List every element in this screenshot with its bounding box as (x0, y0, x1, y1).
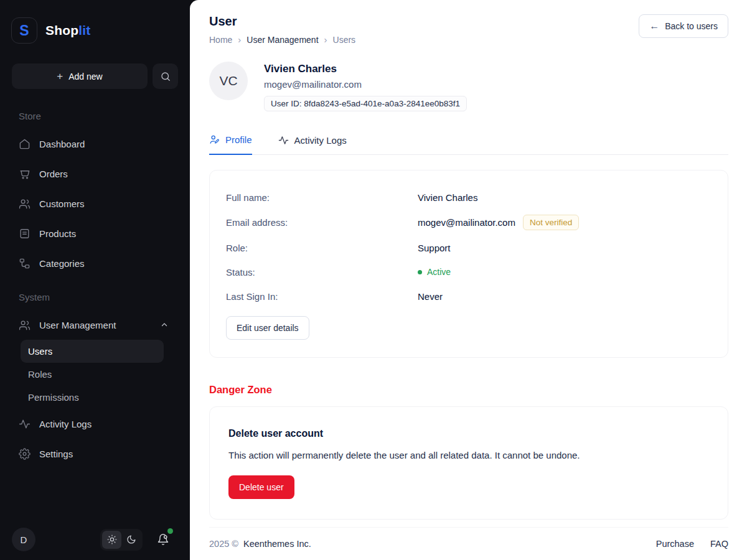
sidebar-item-activity-logs[interactable]: Activity Logs (0, 409, 190, 439)
light-mode-button[interactable] (102, 531, 121, 549)
system-nav: User Management Users Roles Permissions … (0, 310, 190, 469)
sidebar-item-label: Categories (39, 258, 85, 269)
sidebar-subitem-permissions[interactable]: Permissions (21, 386, 164, 409)
user-id-badge: User ID: 8fda8243-e5ad-401e-a0a3-2841ee0… (264, 96, 467, 111)
users-icon (19, 198, 31, 210)
sidebar-footer: D (0, 528, 190, 560)
info-label: Last Sign In: (226, 291, 418, 302)
info-row-email: Email address: mogev@mailinator.com Not … (226, 215, 712, 230)
danger-zone-card: Delete user account This action will per… (209, 406, 728, 520)
sidebar-item-customers[interactable]: Customers (0, 189, 190, 218)
info-value: mogev@mailinator.com (418, 217, 515, 228)
footer-link-faq[interactable]: FAQ (710, 539, 728, 549)
arrow-left-icon: ← (649, 21, 659, 32)
moon-icon (126, 534, 136, 544)
breadcrumb-users[interactable]: Users (333, 35, 356, 45)
edit-user-details-button[interactable]: Edit user details (226, 316, 309, 340)
sidebar-item-label: User Management (39, 320, 116, 330)
tab-profile[interactable]: Profile (209, 134, 252, 155)
status-text: Active (427, 267, 451, 277)
breadcrumb-user-management[interactable]: User Management (247, 35, 318, 45)
theme-toggle (100, 529, 143, 551)
home-icon (19, 138, 31, 150)
sidebar-subitem-roles[interactable]: Roles (21, 363, 164, 386)
chevron-right-icon: › (324, 34, 327, 45)
sidebar-item-label: Settings (39, 449, 73, 459)
info-row-last-sign-in: Last Sign In: Never (226, 289, 712, 303)
section-label-system: System (19, 292, 190, 302)
sidebar: S Shoplit + Add new Store Dashboard Orde… (0, 0, 190, 560)
document-icon (19, 228, 31, 240)
tab-bar: Profile Activity Logs (209, 134, 728, 155)
footer-year: 2025 © (209, 539, 238, 549)
profile-details-card: Full name: Vivien Charles Email address:… (209, 170, 728, 358)
page-header: User Home › User Management › Users ← Ba… (209, 0, 728, 45)
info-label: Email address: (226, 217, 418, 228)
sidebar-subitem-label: Permissions (28, 392, 79, 403)
delete-user-button[interactable]: Delete user (228, 475, 294, 499)
brand-name: Shoplit (45, 23, 91, 38)
user-name: Vivien Charles (264, 63, 467, 75)
user-management-submenu: Users Roles Permissions (0, 340, 190, 409)
sidebar-item-dashboard[interactable]: Dashboard (0, 129, 190, 159)
info-label: Role: (226, 243, 418, 253)
sun-icon (107, 534, 117, 544)
shoplit-logo-icon: S (11, 17, 37, 44)
tree-icon (19, 258, 31, 269)
info-label: Full name: (226, 192, 418, 203)
gear-icon (19, 448, 31, 460)
dark-mode-button[interactable] (121, 531, 141, 549)
current-user-avatar[interactable]: D (12, 528, 35, 551)
notification-dot (167, 528, 173, 534)
delete-account-title: Delete user account (228, 428, 709, 439)
cart-icon (19, 168, 31, 180)
section-label-store: Store (19, 111, 190, 121)
sidebar-subitem-users[interactable]: Users (21, 340, 164, 363)
main-content: User Home › User Management › Users ← Ba… (190, 0, 747, 560)
sidebar-item-orders[interactable]: Orders (0, 159, 190, 189)
tab-label: Activity Logs (294, 135, 347, 146)
breadcrumb: Home › User Management › Users (209, 34, 355, 45)
add-new-label: Add new (68, 72, 102, 82)
info-row-status: Status: Active (226, 265, 712, 279)
user-initials: VC (219, 73, 237, 88)
logo-letter: S (19, 22, 29, 39)
brand[interactable]: S Shoplit (11, 17, 190, 44)
add-new-button[interactable]: + Add new (12, 63, 148, 89)
sidebar-subitem-label: Roles (28, 369, 52, 380)
page-title: User (209, 14, 355, 29)
status-dot-icon (418, 270, 422, 274)
search-button[interactable] (153, 63, 178, 89)
delete-account-description: This action will permanently delete the … (228, 450, 709, 460)
danger-zone-heading: Danger Zone (209, 384, 728, 396)
info-value: Vivien Charles (418, 192, 477, 203)
info-value: Never (418, 291, 443, 302)
search-icon (160, 71, 171, 82)
back-to-users-button[interactable]: ← Back to users (639, 14, 728, 38)
sidebar-item-categories[interactable]: Categories (0, 248, 190, 278)
breadcrumb-home[interactable]: Home (209, 35, 232, 45)
plus-icon: + (57, 70, 63, 83)
sidebar-item-products[interactable]: Products (0, 218, 190, 248)
brand-name-suffix: lit (78, 23, 90, 37)
footer-company-link[interactable]: Keenthemes Inc. (243, 539, 311, 549)
sidebar-item-label: Orders (39, 169, 68, 179)
delete-user-label: Delete user (239, 482, 284, 492)
avatar-initial: D (21, 534, 27, 545)
store-nav: Dashboard Orders Customers Products Cate… (0, 129, 190, 278)
brand-name-prefix: Shop (45, 23, 78, 37)
avatar: VC (209, 62, 248, 100)
sidebar-item-user-management[interactable]: User Management (0, 310, 190, 340)
sidebar-item-settings[interactable]: Settings (0, 439, 190, 469)
tab-label: Profile (225, 134, 252, 145)
sidebar-item-label: Products (39, 228, 76, 239)
notifications-button[interactable] (157, 533, 169, 546)
bell-icon (157, 533, 169, 546)
footer: 2025 © Keenthemes Inc. Purchase FAQ (209, 527, 728, 560)
user-summary: VC Vivien Charles mogev@mailinator.com U… (209, 62, 728, 111)
tab-activity-logs[interactable]: Activity Logs (278, 134, 347, 154)
footer-link-purchase[interactable]: Purchase (656, 539, 694, 549)
info-label: Status: (226, 267, 418, 278)
info-value: Support (418, 243, 451, 253)
sidebar-item-label: Customers (39, 198, 85, 209)
